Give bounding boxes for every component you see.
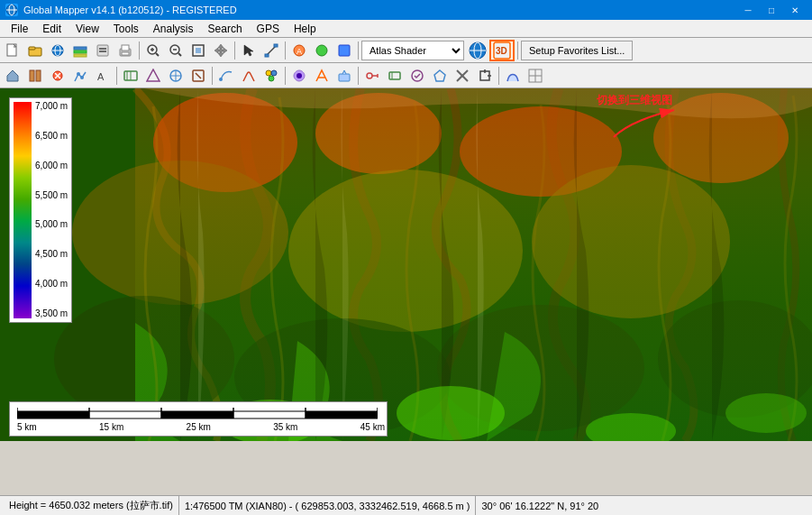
config-button[interactable] (92, 40, 114, 61)
scale-bar: 5 km 15 km 25 km 35 km 45 km (9, 401, 388, 437)
tool-7[interactable] (142, 65, 164, 87)
status-coords: 30° 06' 16.1222" N, 91° 20 (476, 496, 604, 515)
zoom-extent-button[interactable] (187, 40, 209, 61)
legend-label-4000: 4,000 m (35, 280, 68, 289)
minimize-button[interactable]: ─ (736, 0, 760, 20)
3d-view-button[interactable]: 3D (489, 40, 515, 61)
svg-rect-101 (306, 411, 378, 418)
tool-17[interactable] (384, 65, 406, 87)
menu-view[interactable]: View (68, 20, 106, 37)
menu-gps[interactable]: GPS (250, 20, 287, 37)
scale-0: 5 km (17, 422, 37, 432)
app-icon (5, 4, 18, 16)
svg-marker-53 (147, 69, 160, 81)
tool-20[interactable] (452, 65, 473, 87)
sep-1 (139, 41, 140, 60)
svg-marker-27 (214, 44, 227, 57)
status-bar: Height = 4650.032 meters (拉萨市.tif) 1:476… (0, 495, 812, 515)
menu-help[interactable]: Help (287, 20, 324, 37)
svg-rect-10 (74, 51, 87, 53)
menu-file[interactable]: File (4, 20, 35, 37)
sep-t1 (116, 67, 117, 85)
svg-point-62 (269, 76, 274, 81)
tool-2[interactable] (24, 65, 46, 87)
print-button[interactable] (114, 40, 136, 61)
svg-marker-28 (244, 45, 253, 56)
menu-edit[interactable]: Edit (35, 20, 68, 37)
status-height: Height = 4650.032 meters (拉萨市.tif) (4, 496, 179, 515)
tool-11[interactable] (238, 65, 260, 87)
tool-1[interactable] (2, 65, 23, 87)
menu-analysis[interactable]: Analysis (146, 20, 201, 37)
svg-rect-100 (161, 411, 233, 418)
tool-18[interactable] (406, 65, 428, 87)
scale-25: 25 km (187, 422, 211, 432)
pan-button[interactable] (210, 40, 232, 61)
tool-19[interactable] (429, 65, 451, 87)
legend-label-5000: 5,000 m (35, 220, 68, 229)
sep-3 (285, 41, 286, 60)
legend-label-3500: 3,500 m (35, 309, 68, 318)
svg-point-66 (367, 73, 372, 78)
legend-label-5500: 5,500 m (35, 191, 68, 200)
map-view[interactable]: 7,000 m 6,500 m 6,000 m 5,500 m 5,000 m … (0, 88, 812, 441)
svg-line-21 (156, 53, 159, 56)
menu-tools[interactable]: Tools (106, 20, 146, 37)
favorites-button[interactable]: Setup Favorites List... (521, 41, 633, 60)
tool-14[interactable] (311, 65, 333, 87)
tool-3[interactable] (47, 65, 68, 87)
shader-select[interactable]: Atlas Shader Slope Shader Elevation Shad… (361, 41, 464, 60)
tool-23[interactable] (525, 65, 546, 87)
window-controls: ─ □ ✕ (736, 0, 807, 20)
tool-22[interactable] (502, 65, 524, 87)
svg-rect-35 (339, 45, 350, 56)
feature-btn2[interactable] (311, 40, 333, 61)
sep-t5 (498, 67, 499, 85)
tool-13[interactable] (288, 65, 310, 87)
legend-label-7000: 7,000 m (35, 102, 68, 111)
tool-6[interactable] (120, 65, 141, 87)
close-button[interactable]: ✕ (783, 0, 807, 20)
sep-t2 (212, 67, 213, 85)
svg-point-94 (397, 386, 505, 440)
svg-rect-31 (274, 44, 278, 47)
tool-21[interactable] (474, 65, 496, 87)
new-button[interactable] (2, 40, 23, 61)
feature-btn3[interactable] (333, 40, 355, 61)
svg-line-24 (178, 53, 181, 56)
svg-rect-26 (196, 48, 201, 53)
svg-rect-93 (135, 88, 812, 441)
feature-btn1[interactable]: A (288, 40, 310, 61)
tool-16[interactable] (361, 65, 383, 87)
toolbar-1: A Atlas Shader Slope Shader Elevation Sh… (0, 38, 812, 63)
globe-view-button[interactable] (467, 40, 488, 61)
svg-point-60 (266, 70, 271, 76)
sep-t4 (358, 67, 359, 85)
open-button[interactable] (24, 40, 46, 61)
maximize-button[interactable]: □ (760, 0, 783, 20)
sep-t3 (285, 67, 286, 85)
svg-rect-12 (97, 45, 108, 56)
tool-5[interactable]: A (92, 65, 114, 87)
menu-search[interactable]: Search (201, 20, 250, 37)
scale-35: 35 km (273, 422, 297, 432)
zoom-in-button[interactable] (142, 40, 164, 61)
tool-12[interactable] (260, 65, 282, 87)
tool-8[interactable] (165, 65, 187, 87)
svg-point-48 (80, 76, 84, 79)
measure-button[interactable] (260, 40, 282, 61)
layers-button[interactable] (69, 40, 91, 61)
tool-9[interactable] (187, 65, 209, 87)
zoom-out-button[interactable] (165, 40, 187, 61)
tool-10[interactable] (215, 65, 237, 87)
toolbar-2: A (0, 63, 812, 88)
select-button[interactable] (238, 40, 260, 61)
status-scale: 1:476500 TM (XIAN80) - ( 629853.003, 333… (179, 496, 477, 515)
svg-point-97 (725, 393, 807, 433)
svg-point-63 (297, 73, 302, 78)
globe-button[interactable] (47, 40, 68, 61)
tool-4[interactable] (69, 65, 91, 87)
legend-label-6500: 6,500 m (35, 132, 68, 141)
sep-2 (234, 41, 235, 60)
tool-15[interactable] (333, 65, 355, 87)
